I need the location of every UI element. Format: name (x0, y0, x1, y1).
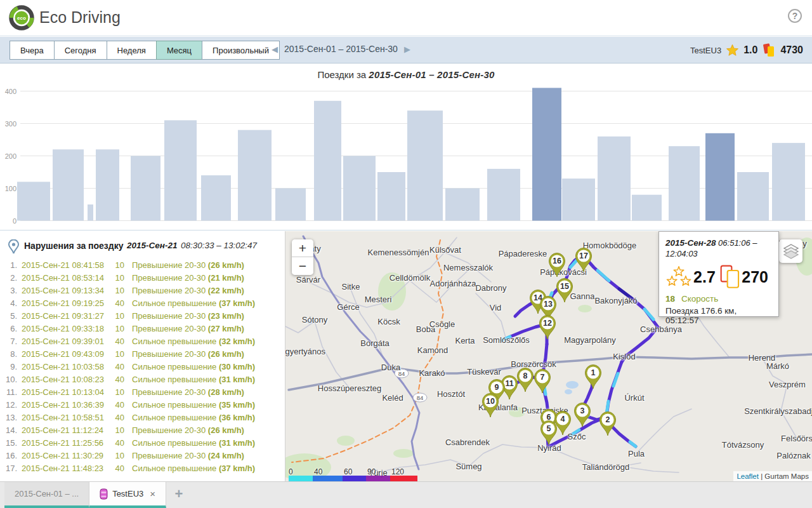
trip-bar-15[interactable] (487, 169, 520, 221)
svg-text:100: 100 (5, 185, 16, 192)
violation-row[interactable]: 10.2015-Сен-21 10:08:2340Сильное превыше… (0, 373, 285, 386)
violation-row[interactable]: 9.2015-Сен-21 10:03:5840Сильное превышен… (0, 361, 285, 373)
penalty-cards-icon (762, 43, 776, 58)
violation-row[interactable]: 4.2015-Сен-21 09:19:2540Сильное превышен… (0, 297, 285, 310)
violation-marker-7[interactable]: 7 (533, 368, 552, 394)
trip-bar-17[interactable] (562, 178, 595, 220)
violation-row[interactable]: 2.2015-Сен-21 08:53:1410Превышение 20-30… (0, 272, 285, 284)
violations-title: Нарушения за поездку (24, 241, 124, 251)
period-button-3[interactable]: Месяц (156, 41, 202, 60)
violation-marker-5[interactable]: 5 (539, 420, 558, 445)
speed-legend: 0406090120 (289, 467, 422, 481)
zoom-in-button[interactable]: + (292, 239, 313, 257)
tab-report[interactable]: 2015-Сен-01 – ... (4, 482, 89, 508)
svg-text:11: 11 (505, 379, 513, 388)
trip-bar-23[interactable] (772, 143, 805, 220)
svg-text:8: 8 (523, 371, 528, 380)
tab-close-icon[interactable]: × (150, 488, 155, 499)
period-button-1[interactable]: Сегодня (54, 41, 107, 60)
period-button-2[interactable]: Неделя (107, 41, 157, 60)
chart-title: Поездки за 2015-Сен-01 – 2015-Сен-30 (0, 69, 812, 80)
period-buttons: ВчераСегодняНеделяМесяцПроизвольный (10, 41, 280, 60)
trip-bar-22[interactable] (737, 172, 769, 221)
trip-bar-3[interactable] (88, 204, 93, 221)
violation-row[interactable]: 15.2015-Сен-21 11:25:5640Сильное превыше… (0, 437, 285, 450)
tab-unit[interactable]: TestEU3× (89, 482, 166, 508)
trip-bar-6[interactable] (164, 120, 197, 220)
zoom-out-button[interactable]: − (292, 257, 313, 275)
violation-row[interactable]: 12.2015-Сен-21 10:36:3940Сильное превыше… (0, 399, 285, 411)
eco-driving-app: eco Eco Driving ? ВчераСегодняНеделяМеся… (0, 0, 812, 508)
svg-text:3: 3 (580, 406, 585, 415)
leaflet-link[interactable]: Leaflet (737, 472, 759, 480)
map[interactable]: 8484 atyKemenessömjénKülsővatCseténySárv… (285, 231, 812, 481)
trip-bar-9[interactable] (275, 189, 306, 221)
period-button-4[interactable]: Произвольный (202, 41, 280, 60)
date-range-label: 2015-Сен-01 – 2015-Сен-30 (284, 44, 398, 54)
violation-marker-15[interactable]: 15 (555, 277, 574, 303)
violation-marker-10[interactable]: 10 (481, 392, 500, 418)
map-layers-button[interactable] (779, 239, 802, 263)
trip-bar-10[interactable] (314, 101, 341, 221)
violation-row[interactable]: 14.2015-Сен-21 11:12:2410Превышение 20-3… (0, 424, 285, 437)
trip-bar-2[interactable] (53, 149, 84, 220)
trip-bar-7[interactable] (201, 175, 231, 220)
help-icon[interactable]: ? (788, 9, 802, 23)
violation-marker-3[interactable]: 3 (573, 402, 592, 427)
map-attribution: Leaflet | Gurtam Maps (733, 471, 812, 481)
violation-row[interactable]: 5.2015-Сен-21 09:31:2710Превышение 20-30… (0, 310, 285, 323)
speed-legend-tick: 60 (344, 467, 352, 476)
violation-marker-12[interactable]: 12 (538, 314, 557, 340)
trip-popup: 2015-Сен-28 06:51:06 – 12:04:03 2.7 (658, 231, 779, 317)
violation-row[interactable]: 11.2015-Сен-21 10:13:0410Превышение 20-3… (0, 386, 285, 399)
trip-bar-12[interactable] (377, 172, 405, 221)
trip-bar-21[interactable] (705, 133, 735, 221)
violation-marker-17[interactable]: 17 (574, 247, 593, 272)
svg-text:7: 7 (540, 373, 545, 382)
trips-chart-section: 0100200300400 Поездки за 2015-Сен-01 – 2… (0, 64, 812, 231)
trip-bar-1[interactable] (17, 182, 50, 220)
trip-bar-18[interactable] (598, 137, 631, 221)
popup-trip-datetime: 2015-Сен-28 06:51:06 – 12:04:03 (665, 237, 772, 259)
violation-row[interactable]: 16.2015-Сен-21 11:30:2910Превышение 20-3… (0, 450, 285, 462)
violations-list: 1.2015-Сен-21 08:41:5810Превышение 20-30… (0, 259, 285, 475)
map-zoom-control: + − (292, 239, 313, 275)
toolbar: ВчераСегодняНеделяМесяцПроизвольный ◀ 20… (0, 37, 812, 64)
trip-bar-14[interactable] (445, 189, 480, 221)
bottom-tab-bar: 2015-Сен-01 – ...TestEU3×+ (0, 481, 812, 508)
tab-label: 2015-Сен-01 – ... (15, 489, 79, 498)
violation-row[interactable]: 3.2015-Сен-21 09:13:3410Превышение 20-30… (0, 284, 285, 297)
violation-row[interactable]: 7.2015-Сен-21 09:39:0140Сильное превышен… (0, 335, 285, 348)
violation-marker-2[interactable]: 2 (598, 411, 617, 436)
trip-bar-19[interactable] (632, 195, 662, 221)
unit-name: TestEU3 (690, 46, 721, 55)
violation-row[interactable]: 6.2015-Сен-21 09:33:1810Превышение 20-30… (0, 323, 285, 335)
trip-bar-5[interactable] (131, 156, 160, 221)
violation-marker-16[interactable]: 16 (547, 252, 566, 277)
next-period-icon[interactable]: ▶ (404, 44, 410, 54)
trip-bar-16[interactable] (532, 88, 561, 220)
prev-period-icon[interactable]: ◀ (272, 44, 278, 54)
trip-bar-20[interactable] (669, 146, 700, 220)
location-pin-icon (8, 239, 19, 254)
trip-bar-11[interactable] (343, 156, 376, 221)
violations-panel: Нарушения за поездку 2015-Сен-21 08:30:3… (0, 231, 285, 481)
popup-penalty-points: 270 (742, 268, 768, 286)
unit-penalty-points: 4730 (780, 44, 803, 56)
tab-label: TestEU3 (112, 489, 143, 498)
violation-row[interactable]: 13.2015-Сен-21 10:58:5140Сильное превыше… (0, 411, 285, 424)
violation-marker-1[interactable]: 1 (584, 364, 603, 389)
trip-bar-13[interactable] (407, 110, 443, 220)
trip-bar-4[interactable] (96, 149, 119, 220)
svg-text:16: 16 (553, 257, 561, 265)
violation-row[interactable]: 8.2015-Сен-21 09:43:0910Превышение 20-30… (0, 348, 285, 361)
svg-text:400: 400 (5, 88, 16, 95)
add-tab-button[interactable]: + (166, 482, 192, 508)
violations-header: Нарушения за поездку 2015-Сен-21 08:30:3… (0, 239, 285, 253)
period-button-0[interactable]: Вчера (10, 41, 55, 60)
svg-text:eco: eco (17, 15, 26, 21)
violation-row[interactable]: 17.2015-Сен-21 11:48:2340Сильное превыше… (0, 462, 285, 475)
trip-bar-8[interactable] (238, 130, 272, 221)
unit-summary: TestEU3 1.0 4730 (690, 43, 803, 58)
violation-row[interactable]: 1.2015-Сен-21 08:41:5810Превышение 20-30… (0, 259, 285, 272)
